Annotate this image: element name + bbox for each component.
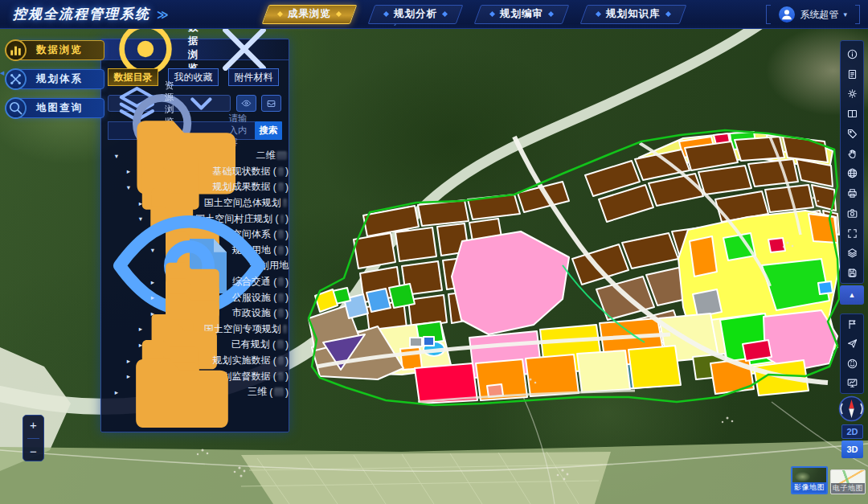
masked-count xyxy=(278,246,284,255)
diamond-icon xyxy=(336,11,342,17)
masked-count xyxy=(283,325,287,334)
app: 控规全流程管理系统 ≫ 成果浏览规划分析规划编审规划知识库 系统超管 ▾ 数据浏… xyxy=(0,0,868,504)
tree-node-label: 三维 xyxy=(248,385,267,399)
caret-icon: ▸ xyxy=(113,388,121,396)
save-icon[interactable] xyxy=(841,263,863,283)
basemap-option-1[interactable]: 电子地图 xyxy=(830,469,866,494)
masked-count xyxy=(278,372,284,381)
user-bracket-left xyxy=(766,5,771,24)
masked-count xyxy=(274,387,284,396)
panel-header: 数据浏览 xyxy=(101,39,289,60)
caret-icon: ▸ xyxy=(149,293,157,301)
robot-icon[interactable] xyxy=(841,354,863,374)
diamond-icon xyxy=(277,11,283,17)
sidebar-item-label: 规划体系 xyxy=(36,72,83,86)
view-3d-button[interactable]: 3D xyxy=(841,440,863,458)
nav-item-label: 规划编审 xyxy=(500,7,543,21)
folder-icon xyxy=(121,330,244,453)
masked-count xyxy=(278,182,284,191)
data-tree: ▾二维▸基础现状数据 ()▾规划成果数据 ()▸国土空间总体规划▾国土空间村庄规… xyxy=(101,148,289,400)
tree-node-三维[interactable]: ▸三维 () xyxy=(101,384,289,400)
diamond-icon xyxy=(665,11,670,17)
hand-icon[interactable] xyxy=(841,144,863,164)
collect-button[interactable] xyxy=(261,95,281,112)
basemap-option-0[interactable]: 影像地图 xyxy=(791,466,828,494)
gear-icon[interactable] xyxy=(841,84,863,104)
user-bracket-right xyxy=(855,5,860,24)
nav-item-label: 规划分析 xyxy=(394,7,437,21)
info-icon[interactable] xyxy=(841,44,863,64)
nav-item-label: 成果浏览 xyxy=(288,7,331,21)
zoom-in-button[interactable]: + xyxy=(23,419,43,431)
tree-node-label: 二维 xyxy=(256,149,275,162)
nav-item-0[interactable]: 成果浏览 xyxy=(265,5,354,24)
tree-node-label: 公服设施 xyxy=(232,291,271,305)
nav-item-3[interactable]: 规划知识库 xyxy=(583,5,683,24)
map-toolbar xyxy=(840,40,864,284)
flag-icon[interactable] xyxy=(841,314,863,334)
printer-icon[interactable] xyxy=(841,183,863,203)
diamond-icon xyxy=(596,11,601,17)
sidebar-item-label: 地图查询 xyxy=(36,101,83,115)
avatar xyxy=(779,6,795,23)
split-view-icon[interactable] xyxy=(841,104,863,124)
tab-2[interactable]: 附件材料 xyxy=(228,68,279,86)
masked-count xyxy=(278,309,284,318)
tree-node-label: 综合交通 xyxy=(232,275,271,289)
nav-item-1[interactable]: 规划分析 xyxy=(371,5,460,24)
sidebar-item-1[interactable]: 规划体系 xyxy=(14,69,104,89)
app-title: 控规全流程管理系统 xyxy=(13,5,150,23)
basemap-label: 电子地图 xyxy=(831,483,865,494)
nav-item-label: 规划知识库 xyxy=(606,7,661,21)
basemap-label: 影像地图 xyxy=(792,482,826,493)
search-icon xyxy=(5,97,27,119)
masked-count xyxy=(277,340,284,349)
sidebar-collapse-arrow[interactable]: ◂ xyxy=(0,68,5,78)
layers-icon[interactable] xyxy=(841,244,863,264)
tree-node-label: 基础现状数据 xyxy=(212,165,270,178)
user-menu[interactable]: 系统超管 ▾ xyxy=(766,4,860,25)
zoom-control: + − xyxy=(23,415,44,461)
zoom-divider xyxy=(27,438,39,439)
caret-icon: ▸ xyxy=(149,278,157,286)
diamond-icon xyxy=(548,11,554,17)
masked-count xyxy=(283,199,287,207)
data-browse-panel: 数据浏览 数据目录我的收藏附件材料 资源浏览 请输入内容 搜索 ▾二维▸基础现状… xyxy=(100,39,289,432)
diamond-icon xyxy=(489,11,495,17)
basemap-switcher: 影像地图电子地图 xyxy=(791,466,866,494)
paper-plane-icon[interactable] xyxy=(841,334,863,354)
sidebar-item-0[interactable]: 数据浏览 xyxy=(14,40,104,60)
title-arrows-icon: ≫ xyxy=(157,8,167,21)
nav-item-2[interactable]: 规划编审 xyxy=(477,5,566,24)
monitor-chart-icon[interactable] xyxy=(841,374,863,394)
node-arrows-icon xyxy=(5,68,27,90)
report-icon[interactable] xyxy=(841,64,863,84)
zoom-out-button[interactable]: − xyxy=(23,445,43,457)
camera-icon[interactable] xyxy=(841,203,863,223)
map-tools-secondary xyxy=(840,313,864,394)
view-2d-button[interactable]: 2D xyxy=(841,424,863,439)
left-sidebar: 数据浏览规划体系地图查询 xyxy=(5,40,104,118)
tray-icon xyxy=(266,98,276,109)
diamond-icon xyxy=(383,11,389,17)
masked-count xyxy=(278,356,284,365)
sidebar-item-2[interactable]: 地图查询 xyxy=(14,98,104,118)
masked-count xyxy=(276,151,287,160)
globe-icon[interactable] xyxy=(841,164,863,184)
masked-count xyxy=(278,277,284,286)
fullscreen-icon[interactable] xyxy=(841,223,863,244)
tree-node-label: 市政设施 xyxy=(232,306,271,320)
compass-icon[interactable] xyxy=(838,395,865,422)
top-bar: 控规全流程管理系统 ≫ 成果浏览规划分析规划编审规划知识库 系统超管 ▾ xyxy=(0,0,868,29)
user-name: 系统超管 xyxy=(800,8,838,22)
caret-icon: ▾ xyxy=(113,152,121,160)
search-button[interactable]: 搜索 xyxy=(255,121,282,140)
masked-count xyxy=(278,167,284,176)
sidebar-item-label: 数据浏览 xyxy=(36,43,83,57)
masked-count xyxy=(280,215,284,223)
toolbar-collapse-button[interactable]: ▲ xyxy=(840,285,864,305)
top-nav: 成果浏览规划分析规划编审规划知识库 xyxy=(265,5,683,24)
diamond-icon xyxy=(442,11,448,17)
tag-icon[interactable] xyxy=(841,124,863,144)
masked-count xyxy=(278,230,284,239)
